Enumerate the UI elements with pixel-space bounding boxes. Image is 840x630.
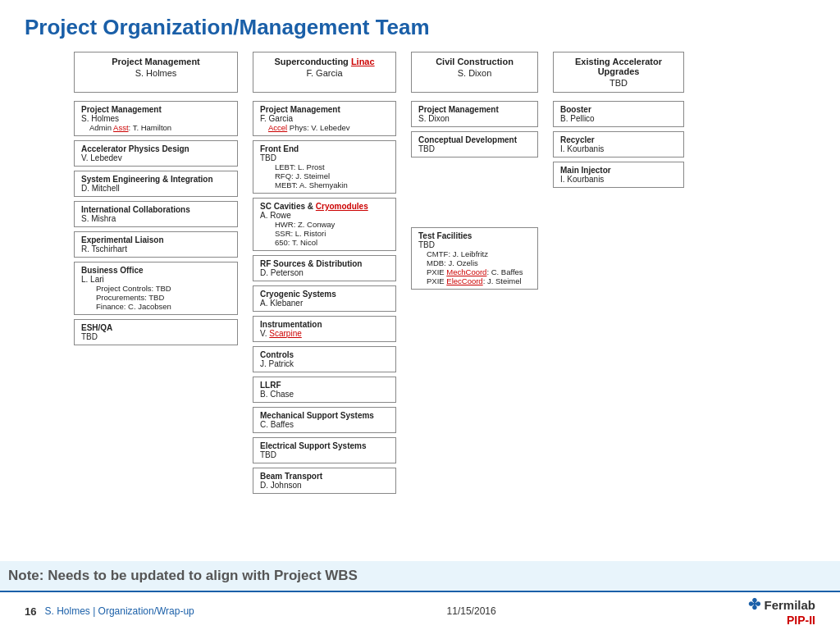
box-rf-sources: RF Sources & Distribution D. Peterson xyxy=(253,255,396,281)
box-recycler: Recycler I. Kourbanis xyxy=(553,131,684,158)
note-text: Note: Needs to be updated to align with … xyxy=(8,568,358,583)
cryomodules-link[interactable]: Cryomodules xyxy=(316,202,368,211)
top-box-title: Existing Accelerator Upgrades xyxy=(562,57,675,76)
box-booster: Booster B. Pellico xyxy=(553,101,684,127)
fermilab-label: Fermilab xyxy=(764,598,815,612)
note-bar: Note: Needs to be updated to align with … xyxy=(0,561,840,591)
box-beam-transport: Beam Transport D. Johnson xyxy=(253,468,396,494)
box-pm: Project Management S. Holmes Admin Asst:… xyxy=(74,101,238,136)
footer: 16 S. Holmes | Organization/Wrap-up 11/1… xyxy=(0,591,840,630)
pip-ii-label: PIP-II xyxy=(787,614,815,627)
box-intl-collab: International Collaborations S. Mishra xyxy=(74,201,238,227)
box-sc-cavities: SC Cavities & Cryomodules A. Rowe HWR: Z… xyxy=(253,198,396,251)
box-accel-physics: Accelerator Physics Design V. Lebedev xyxy=(74,140,238,167)
box-test-facilities: Test Facilities TBD CMTF: J. Leibfritz M… xyxy=(411,227,538,290)
linac-link[interactable]: Linac xyxy=(351,57,375,66)
footer-page-number: 16 xyxy=(25,605,36,618)
top-box-title: Civil Construction xyxy=(420,57,529,66)
footer-text: S. Holmes | Organization/Wrap-up xyxy=(44,605,194,617)
top-box-name: F. Garcia xyxy=(262,68,387,78)
box-elec-support: Electrical Support Systems TBD xyxy=(253,437,396,463)
column-civil-construction: Project Management S. Dixon Conceptual D… xyxy=(411,101,538,556)
box-business-office: Business Office L. Lari Project Controls… xyxy=(74,262,238,315)
footer-logo: ✤ Fermilab PIP-II xyxy=(748,596,815,627)
page-title: Project Organization/Management Team xyxy=(25,15,815,40)
fermi-icon: ✤ xyxy=(748,596,760,614)
org-chart: Project Management S. Holmes Superconduc… xyxy=(25,52,815,556)
scarpine-link[interactable]: Scarpine xyxy=(269,329,301,338)
columns-row: Project Management S. Holmes Admin Asst:… xyxy=(74,101,815,556)
box-civil-pm: Project Management S. Dixon xyxy=(411,101,538,127)
top-box-name: S. Dixon xyxy=(420,68,529,78)
top-box-name: S. Holmes xyxy=(83,68,229,78)
column-sc-linac: Project Management F. Garcia Accel Phys:… xyxy=(253,101,396,556)
box-sys-eng: System Engineering & Integration D. Mitc… xyxy=(74,171,238,197)
box-main-injector: Main Injector I. Kourbanis xyxy=(553,162,684,188)
elec-coord-link[interactable]: ElecCoord xyxy=(446,276,482,285)
box-conceptual-dev: Conceptual Development TBD xyxy=(411,131,538,158)
footer-left: 16 S. Holmes | Organization/Wrap-up xyxy=(25,605,194,618)
top-box-civil-construction: Civil Construction S. Dixon xyxy=(411,52,538,93)
box-instrumentation: Instrumentation V. Scarpine xyxy=(253,316,396,342)
box-sc-pm: Project Management F. Garcia Accel Phys:… xyxy=(253,101,396,136)
mech-coord-link[interactable]: MechCoord xyxy=(446,267,486,276)
top-box-title: Project Management xyxy=(83,57,229,66)
box-mech-support: Mechanical Support Systems C. Baffes xyxy=(253,407,396,433)
box-front-end: Front End TBD LEBT: L. Prost RFQ: J. Ste… xyxy=(253,140,396,194)
box-cryogenic: Cryogenic Systems A. Klebaner xyxy=(253,285,396,312)
box-llrf: LLRF B. Chase xyxy=(253,377,396,403)
box-esh-qa: ESH/QA TBD xyxy=(74,319,238,345)
page: Project Organization/Management Team Pro… xyxy=(0,0,840,630)
top-row: Project Management S. Holmes Superconduc… xyxy=(74,52,815,93)
top-box-title: Superconducting Linac xyxy=(262,57,387,66)
top-box-name: TBD xyxy=(562,78,675,88)
fermilab-brand: ✤ Fermilab xyxy=(748,596,815,614)
top-box-existing-upgrades: Existing Accelerator Upgrades TBD xyxy=(553,52,684,93)
column-project-management: Project Management S. Holmes Admin Asst:… xyxy=(74,101,238,556)
asst-link[interactable]: Asst xyxy=(113,123,128,132)
column-existing-upgrades: Booster B. Pellico Recycler I. Kourbanis… xyxy=(553,101,684,556)
accel-link[interactable]: Accel xyxy=(268,123,287,132)
box-exp-liaison: Experimental Liaison R. Tschirhart xyxy=(74,231,238,258)
top-box-project-management: Project Management S. Holmes xyxy=(74,52,238,93)
box-controls: Controls J. Patrick xyxy=(253,346,396,372)
top-box-sc-linac: Superconducting Linac F. Garcia xyxy=(253,52,396,93)
footer-date: 11/15/2016 xyxy=(447,605,496,617)
